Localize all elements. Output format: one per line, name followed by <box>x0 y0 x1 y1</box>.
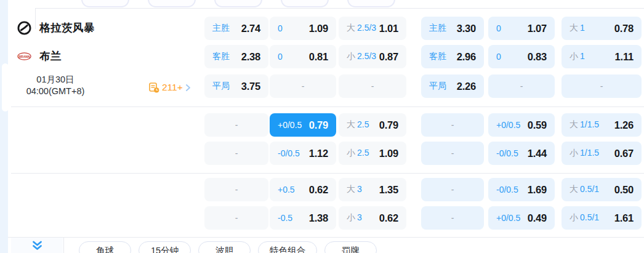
odds-cell[interactable]: 小0.5/11.61 <box>561 206 642 230</box>
odds-selection-label: 平局 <box>429 81 446 92</box>
odds-selection-label: 小2.5/3 <box>347 51 376 62</box>
home-team-name: 格拉茨风暴 <box>39 20 95 35</box>
tab-15min[interactable]: 15分钟 <box>139 241 191 253</box>
odds-cell[interactable]: 客胜2.96 <box>421 45 484 68</box>
odds-panel: 格拉茨风暴 BRANN 布兰 01月30日 04:00(GMT+8) 211+ … <box>0 0 644 253</box>
odds-selection-label: -0.5 <box>278 213 292 223</box>
odds-selection-label: 0 <box>278 52 283 62</box>
odds-cell[interactable]: 客胜2.38 <box>204 45 268 68</box>
odds-selection-label: 大2.5/3 <box>347 23 376 34</box>
odds-value: 0.62 <box>309 184 328 196</box>
odds-cell[interactable]: 大1/1.51.26 <box>561 113 642 137</box>
odds-cell[interactable]: 00.83 <box>488 45 555 68</box>
odds-selection-label: 0 <box>496 23 501 33</box>
header-divider <box>35 8 644 9</box>
tab-special-combos[interactable]: 特色组合 <box>258 241 317 253</box>
top-tabs-row <box>81 0 395 7</box>
odds-cell[interactable]: 平局2.26 <box>421 74 484 98</box>
odds-cell[interactable]: 大2.5/31.01 <box>339 17 406 40</box>
odds-value: 1.38 <box>309 212 328 224</box>
top-tab-pill[interactable] <box>148 0 196 7</box>
odds-cell[interactable]: 00.81 <box>270 45 336 68</box>
odds-value: 1.69 <box>528 184 547 196</box>
odds-selection-label: 主胜 <box>212 23 230 34</box>
odds-cell[interactable]: 小2.51.09 <box>339 142 406 165</box>
odds-cell[interactable]: 大10.78 <box>561 17 642 40</box>
top-tab-pill[interactable] <box>214 0 262 7</box>
odds-selection-label: 平局 <box>212 81 230 92</box>
tab-label: 特色组合 <box>270 245 305 253</box>
odds-value: 1.61 <box>614 212 634 224</box>
odds-selection-label: 0 <box>278 23 283 33</box>
odds-selection-label: 大0.5/1 <box>570 184 599 195</box>
odds-value: 0.67 <box>614 148 634 159</box>
odds-cell[interactable]: +0/0.50.59 <box>488 113 555 137</box>
over-under-prefix: 小 <box>347 148 355 159</box>
odds-selection-label: 小2.5 <box>347 148 369 159</box>
top-tab-pill[interactable] <box>281 0 329 7</box>
odds-cell[interactable]: 01.09 <box>270 17 336 40</box>
odds-selection-label: 大2.5 <box>347 119 369 131</box>
odds-value: 1.44 <box>528 148 547 159</box>
tab-correct-score[interactable]: 波胆 <box>198 241 251 253</box>
odds-cell-selected[interactable]: +0/0.50.79 <box>270 113 336 137</box>
tab-cards[interactable]: 罚牌 <box>324 241 377 253</box>
bottom-bar: 角球 15分钟 波胆 特色组合 罚牌 <box>8 237 644 253</box>
odds-value: 0.49 <box>528 212 547 224</box>
markets-count: 211+ <box>162 82 183 93</box>
odds-cell[interactable]: 主胜2.74 <box>204 17 268 40</box>
odds-cell-empty: - <box>204 113 268 137</box>
odds-cell-empty: - <box>270 74 336 98</box>
odds-selection-label: 大1/1.5 <box>570 119 599 131</box>
odds-cell[interactable]: -0/0.51.12 <box>270 142 336 165</box>
odds-cell-empty: - <box>421 142 484 165</box>
left-scroll-rail[interactable] <box>0 0 8 253</box>
over-under-prefix: 大 <box>570 23 578 34</box>
home-team-row: 格拉茨风暴 <box>17 20 95 35</box>
market-tabs: 角球 15分钟 波胆 特色组合 罚牌 <box>79 241 377 253</box>
odds-value: 1.35 <box>379 184 398 196</box>
odds-selection-label: 0 <box>496 52 501 62</box>
row-group-divider <box>11 173 644 174</box>
odds-selection-label: 大1 <box>570 23 585 34</box>
odds-value: 0.83 <box>528 51 547 63</box>
odds-cell[interactable]: +0.50.62 <box>270 178 336 201</box>
over-under-prefix: 小 <box>570 148 578 159</box>
odds-cell[interactable]: 小11.11 <box>561 45 642 68</box>
odds-selection-label: +0/0.5 <box>496 120 520 130</box>
odds-value: 0.87 <box>379 51 398 63</box>
odds-cell[interactable]: -0/0.51.44 <box>488 142 555 165</box>
away-team-row: BRANN 布兰 <box>17 49 62 63</box>
top-tab-pill[interactable] <box>81 0 129 7</box>
odds-cell[interactable]: 大2.50.79 <box>339 113 406 137</box>
odds-cell-empty: - <box>339 74 406 98</box>
collapse-button[interactable] <box>11 238 63 253</box>
odds-cell[interactable]: 主胜3.30 <box>421 17 484 40</box>
odds-value: 1.26 <box>614 119 634 131</box>
odds-selection-label: 小1/1.5 <box>570 148 599 159</box>
top-tab-pill[interactable] <box>347 0 395 7</box>
odds-value: 1.09 <box>309 23 328 34</box>
match-datetime: 01月30日 04:00(GMT+8) <box>12 74 99 97</box>
odds-cell[interactable]: 小2.5/30.87 <box>339 45 406 68</box>
over-under-prefix: 小 <box>347 51 355 62</box>
away-team-name: 布兰 <box>39 49 62 63</box>
odds-cell[interactable]: 小30.62 <box>339 206 406 230</box>
odds-cell[interactable]: 小1/1.50.67 <box>561 142 642 165</box>
home-team-logo <box>17 21 31 35</box>
odds-cell[interactable]: 01.07 <box>488 17 555 40</box>
odds-cell[interactable]: +0/0.50.49 <box>488 206 555 230</box>
odds-cell[interactable]: 平局3.75 <box>204 74 268 98</box>
odds-value: 2.74 <box>241 23 260 34</box>
odds-cell[interactable]: -0/0.51.69 <box>488 178 555 201</box>
over-under-prefix: 大 <box>347 184 355 195</box>
odds-cell[interactable]: -0.51.38 <box>270 206 336 230</box>
odds-cell[interactable]: 大31.35 <box>339 178 406 201</box>
odds-cell[interactable]: 大0.5/10.50 <box>561 178 642 201</box>
odds-value: 3.30 <box>457 23 476 34</box>
tab-label: 波胆 <box>215 245 233 253</box>
tab-corners[interactable]: 角球 <box>79 241 131 253</box>
over-under-prefix: 小 <box>570 212 578 223</box>
more-markets-button[interactable]: 211+ <box>149 82 191 93</box>
scroll-rail-notch <box>2 63 9 111</box>
